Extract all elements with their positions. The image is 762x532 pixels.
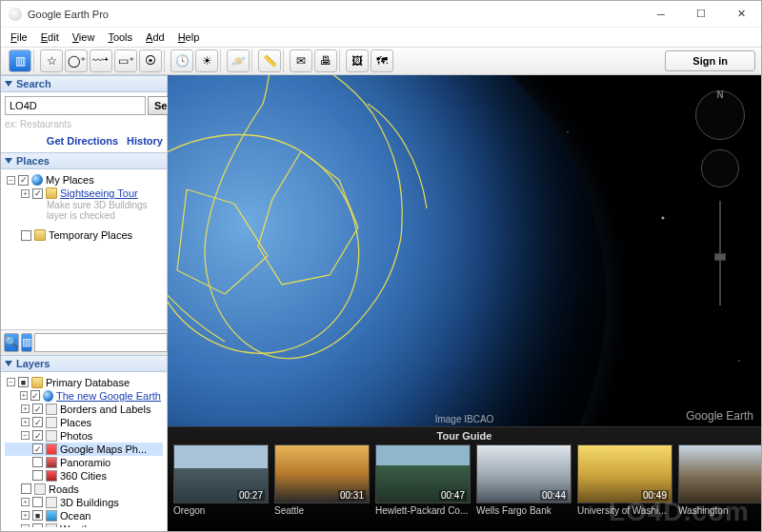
toolbar: ▥ ☆ ◯⁺ 〰⁺ ▭⁺ ⦿ 🕓 ☀ 🪐 📏 ✉ 🖶 🖼 🗺 Sign in [1,47,761,75]
my-places-label: My Places [46,174,94,186]
planets-button[interactable]: 🪐 [227,49,250,72]
move-joystick[interactable] [701,149,739,187]
toggle-sidebar-button[interactable]: ▥ [9,49,31,72]
duration-label: 00:27 [237,490,265,501]
layer-icon [46,430,57,442]
menu-edit[interactable]: Edit [35,30,65,45]
layer-gmaps-photos[interactable]: ✓ Google Maps Ph... [5,443,163,456]
collapse-icon [5,158,12,164]
record-tour-button[interactable]: ⦿ [139,49,162,72]
image-overlay-button[interactable]: ▭⁺ [114,49,137,72]
layer-places[interactable]: +✓ Places [5,416,163,429]
zoom-handle[interactable] [714,253,726,261]
layer-photos[interactable]: −✓ Photos [5,429,163,443]
get-directions-link[interactable]: Get Directions [47,135,118,147]
menu-file[interactable]: File [5,30,33,45]
layer-icon [46,510,57,522]
look-compass[interactable]: N [695,90,745,140]
layer-icon [46,404,57,415]
window-title: Google Earth Pro [28,9,641,20]
placemark-button[interactable]: ☆ [40,49,63,72]
menu-tools[interactable]: Tools [102,30,138,45]
layer-icon [46,457,57,468]
save-image-button[interactable]: 🖼 [346,49,369,72]
minimize-button[interactable]: ─ [641,1,681,28]
layer-icon [46,497,57,508]
layer-weather[interactable]: + Weather [5,522,163,528]
places-panel-header[interactable]: Places [1,152,167,169]
menu-add[interactable]: Add [140,30,170,45]
my-places-node[interactable]: − ✓ My Places [5,173,163,187]
tour-thumb[interactable]: 00:31Seattle [274,444,370,516]
menu-bar: File Edit View Tools Add Help [1,28,761,47]
tour-thumb[interactable]: 00:47Hewlett-Packard Co... [375,444,471,516]
globe-icon [43,390,53,402]
temporary-places-node[interactable]: Temporary Places [5,228,163,242]
layer-3d-buildings[interactable]: + 3D Buildings [5,496,163,509]
duration-label: 00:49 [641,490,669,501]
menu-help[interactable]: Help [172,30,206,45]
tour-thumb[interactable]: 00:49University of Washi... [577,444,672,516]
polygon-button[interactable]: ◯⁺ [65,49,88,72]
print-button[interactable]: 🖶 [314,49,337,72]
layer-icon [34,483,46,495]
layers-panel-header[interactable]: Layers [1,355,167,372]
zoom-slider[interactable] [719,201,721,305]
temporary-places-label: Temporary Places [49,229,132,241]
email-button[interactable]: ✉ [290,49,312,72]
search-input[interactable] [5,96,146,115]
thumb-caption: Seattle [274,503,370,516]
layer-icon [46,417,57,428]
layer-new-google-earth[interactable]: +✓ The new Google Earth [5,389,163,403]
sightseeing-label[interactable]: Sightseeing Tour [60,187,138,199]
tour-thumb[interactable]: 00:27Oregon [173,444,269,516]
tour-thumb[interactable]: 00:44Wells Fargo Bank [476,444,572,516]
tour-thumb[interactable]: Washington [678,444,761,516]
places-panel-label: Places [16,155,50,167]
collapse-icon [5,361,12,366]
close-button[interactable]: ✕ [721,1,761,28]
search-places-button[interactable]: 🔍 [4,333,19,352]
checkbox[interactable] [21,230,31,241]
search-hint: ex: Restaurants [5,117,163,131]
north-indicator: N [716,89,723,100]
duration-label: 00:31 [338,490,366,501]
duration-label: 00:44 [540,490,568,501]
checkbox[interactable]: ✓ [32,188,43,199]
path-button[interactable]: 〰⁺ [90,49,112,72]
places-toolbar: 🔍 ▥ ▲ ▼ [1,329,167,355]
sightseeing-node[interactable]: + ✓ Sightseeing Tour [5,187,163,200]
play-tour-button[interactable]: ▥ [21,333,32,352]
places-filter-input[interactable] [34,333,168,352]
sunlight-button[interactable]: ☀ [195,49,218,72]
menu-view[interactable]: View [67,30,101,45]
layer-primary-db[interactable]: −■ Primary Database [5,376,163,389]
tour-guide-panel: Tour Guide 00:27Oregon00:31Seattle00:47H… [168,426,761,531]
search-panel-header[interactable]: Search [1,75,167,92]
globe-icon [31,174,43,186]
maximize-button[interactable]: ☐ [681,1,721,28]
expander-icon[interactable]: + [21,189,30,198]
layer-roads[interactable]: Roads [5,483,163,496]
layer-panoramio[interactable]: Panoramio [5,456,163,469]
view-maps-button[interactable]: 🗺 [371,49,393,72]
history-link[interactable]: History [127,135,163,147]
sightseeing-hint: Make sure 3D Buildings layer is checked [47,200,163,221]
thumb-caption: Hewlett-Packard Co... [375,503,471,516]
layer-borders[interactable]: +✓ Borders and Labels [5,403,163,416]
time-slider-button[interactable]: 🕓 [170,49,193,72]
tour-guide-title: Tour Guide [168,427,761,444]
thumb-caption: University of Washi... [577,503,672,516]
layer-ocean[interactable]: +■ Ocean [5,509,163,522]
layer-360cities[interactable]: 360 Cities [5,469,163,483]
folder-icon [31,377,43,388]
checkbox[interactable]: ✓ [18,175,29,186]
duration-label: 00:47 [439,490,467,501]
layer-icon [46,443,57,455]
globe-view[interactable]: N Google Earth Image IBCAO Tour Guide 00… [168,75,761,531]
signin-button[interactable]: Sign in [665,50,755,71]
folder-icon [46,187,57,199]
ruler-button[interactable]: 📏 [258,49,281,72]
layer-icon [46,523,57,528]
expander-icon[interactable]: − [7,176,15,185]
